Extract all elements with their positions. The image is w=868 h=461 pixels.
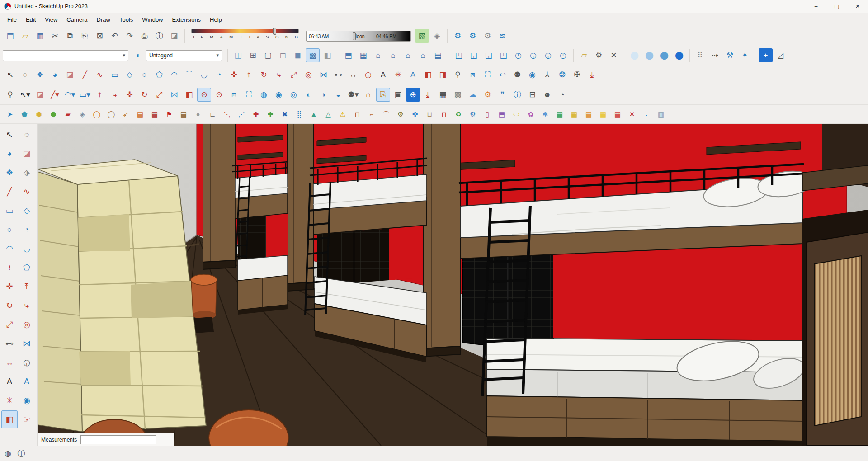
rectangle-tool[interactable]: ▭ (1, 202, 18, 220)
select-connected-icon[interactable]: ◲ (481, 48, 495, 62)
monochrome-icon[interactable]: ◧ (321, 48, 335, 62)
move-tool-icon[interactable]: ✜ (227, 68, 241, 82)
right-view-icon[interactable]: ⌂ (386, 48, 400, 62)
solid-trim-icon[interactable]: ◐ (302, 88, 316, 102)
minimize-button[interactable]: – (806, 0, 826, 13)
paste-icon[interactable]: ⎘ (78, 29, 92, 43)
offset-tool-icon[interactable]: ◎ (302, 68, 316, 82)
3d-text-icon[interactable]: A (406, 68, 420, 82)
select-same-icon[interactable]: ◳ (496, 48, 510, 62)
xray-mode-icon[interactable]: ◫ (231, 48, 245, 62)
ext-arrow-icon[interactable]: ➤ (3, 108, 17, 121)
ext-box-green-icon[interactable]: ⬢ (47, 108, 60, 121)
ext-grid-red-icon[interactable]: ▦ (148, 108, 161, 121)
add-tool-icon[interactable]: + (759, 48, 773, 62)
zoom-window-icon[interactable]: ⧈ (466, 68, 480, 82)
rotated-rectangle-icon[interactable]: ◇ (123, 68, 137, 82)
tag-select[interactable]: Untagged (146, 50, 222, 61)
boundary-selection-icon[interactable]: ◷ (556, 48, 570, 62)
rotate-icon-2[interactable]: ↻ (137, 88, 151, 102)
geolocation-status-icon[interactable]: ◍ (5, 449, 11, 458)
line-tool-icon[interactable]: ╱ (78, 68, 92, 82)
bottom-view-icon[interactable]: ▤ (431, 48, 445, 62)
ext-cone-1-icon[interactable]: ▲ (307, 108, 321, 121)
section-tool[interactable]: ◧ (1, 410, 18, 428)
lasso-tool[interactable]: ◌ (19, 126, 35, 144)
ext-diamond-grid-icon[interactable]: ◈ (75, 108, 89, 121)
stats-icon[interactable]: ◔ (555, 88, 569, 102)
preferences-icon[interactable]: ⚙ (481, 88, 495, 102)
grid-tool-icon[interactable]: ▦ (436, 88, 450, 102)
ext-door-icon[interactable]: ▯ (481, 108, 494, 121)
ext-panel-orange-icon[interactable]: ▤ (133, 108, 147, 121)
mirror-tool-icon[interactable]: ⋈ (316, 68, 330, 82)
left-view-icon[interactable]: ⌂ (416, 48, 430, 62)
shadow-date-slider[interactable]: JFMAMJJASOND (191, 29, 299, 43)
ext-x-blue-icon[interactable]: ✖ (278, 108, 292, 121)
offset-tool[interactable]: ◎ (19, 315, 35, 334)
ext-recycle-icon[interactable]: ♻ (452, 108, 465, 121)
ext-lemon-icon[interactable]: ⬭ (509, 108, 523, 121)
components-tool[interactable]: ❖ (1, 164, 18, 182)
move-icon-2[interactable]: ✜ (123, 88, 137, 102)
select-tool[interactable]: ↖ (1, 126, 18, 144)
shadows-toggle-icon[interactable]: ◪ (167, 29, 181, 43)
dimension-icon[interactable]: ↔ (346, 68, 360, 82)
ext-gears-icon[interactable]: ⚙ (394, 108, 407, 121)
three-point-arc-icon[interactable]: ◡ (197, 68, 211, 82)
ext-flower-icon[interactable]: ✿ (524, 108, 538, 121)
iso-view-icon[interactable]: ⬒ (341, 48, 355, 62)
share-model-icon[interactable]: ⎘ (376, 88, 390, 102)
ext-dot-grid-icon[interactable]: ⣿ (292, 108, 306, 121)
zoom-previous-icon[interactable]: ↩ (495, 68, 509, 82)
trimble-connect-icon[interactable]: ⚙ (481, 29, 495, 43)
back-edges-icon[interactable]: ⊞ (246, 48, 260, 62)
close-button[interactable]: ✕ (847, 0, 868, 13)
follow-me-icon-2[interactable]: ⤷ (108, 88, 122, 102)
select-edges-icon[interactable]: ◰ (452, 48, 466, 62)
look-around-tool[interactable]: ◉ (19, 391, 35, 409)
three-point-arc-tool[interactable]: ◡ (19, 240, 35, 258)
section-plane-icon[interactable]: ◧ (421, 68, 435, 82)
solid-split-icon[interactable]: ◒ (331, 88, 345, 102)
drop-level-1-icon[interactable]: ⬤ (627, 48, 642, 62)
save-icon[interactable]: ▦ (33, 29, 47, 43)
drop-level-2-icon[interactable]: ⬤ (642, 48, 656, 62)
outer-shell-icon[interactable]: ◍ (257, 88, 271, 102)
solid-union-icon[interactable]: ◉ (272, 88, 286, 102)
menu-item-edit[interactable]: Edit (21, 14, 40, 25)
make-component-icon[interactable]: ❖ (33, 68, 47, 82)
menu-item-draw[interactable]: Draw (92, 14, 115, 25)
edge-style-icon[interactable]: ◿ (774, 48, 788, 62)
ext-box-purple-icon[interactable]: ⬒ (495, 108, 509, 121)
top-view-icon[interactable]: ▦ (356, 48, 370, 62)
measurements-input[interactable] (80, 435, 156, 444)
push-pull-icon-2[interactable]: ⤒ (93, 88, 107, 102)
pan-tool-icon[interactable]: ✠ (570, 68, 584, 82)
ext-table-green-icon[interactable]: ▦ (553, 108, 566, 121)
ext-move-blue-icon[interactable]: ✜ (408, 108, 422, 121)
text-tool-icon[interactable]: A (376, 68, 390, 82)
ext-comet-icon[interactable]: ➶ (119, 108, 132, 121)
get-models-icon[interactable]: ⌂ (361, 88, 375, 102)
rotated-rectangle-tool[interactable]: ◇ (19, 202, 35, 220)
ext-x-red-icon[interactable]: ✕ (625, 108, 639, 121)
ext-pipe-bend-icon[interactable]: ⌒ (379, 108, 393, 121)
maximize-button[interactable]: ▢ (826, 0, 847, 13)
solid-intersect-icon[interactable]: ◑ (316, 88, 330, 102)
zoom-tool-icon[interactable]: ⚲ (451, 68, 465, 82)
invert-selection-icon[interactable]: ◶ (541, 48, 555, 62)
text-tool[interactable]: A (1, 372, 18, 390)
ext-torus-1-icon[interactable]: ◯ (90, 108, 104, 121)
shape-tools-dropdown-icon[interactable]: ▭▾ (78, 88, 92, 102)
add-location-icon-2[interactable]: ⊕ (406, 88, 420, 102)
two-point-arc-icon[interactable]: ⌒ (182, 68, 196, 82)
ext-plane-icon[interactable]: ⬟ (18, 108, 31, 121)
freehand-tool[interactable]: ∿ (19, 183, 35, 201)
feedback-icon[interactable]: ❞ (495, 88, 509, 102)
zoom-window-icon-2[interactable]: ⧈ (227, 88, 241, 102)
download-model-icon[interactable]: ⤓ (585, 68, 599, 82)
ext-path-red-icon[interactable]: ⋱ (220, 108, 234, 121)
ext-table-2-icon[interactable]: ▥ (654, 108, 668, 121)
rotate-tool-icon[interactable]: ↻ (257, 68, 271, 82)
